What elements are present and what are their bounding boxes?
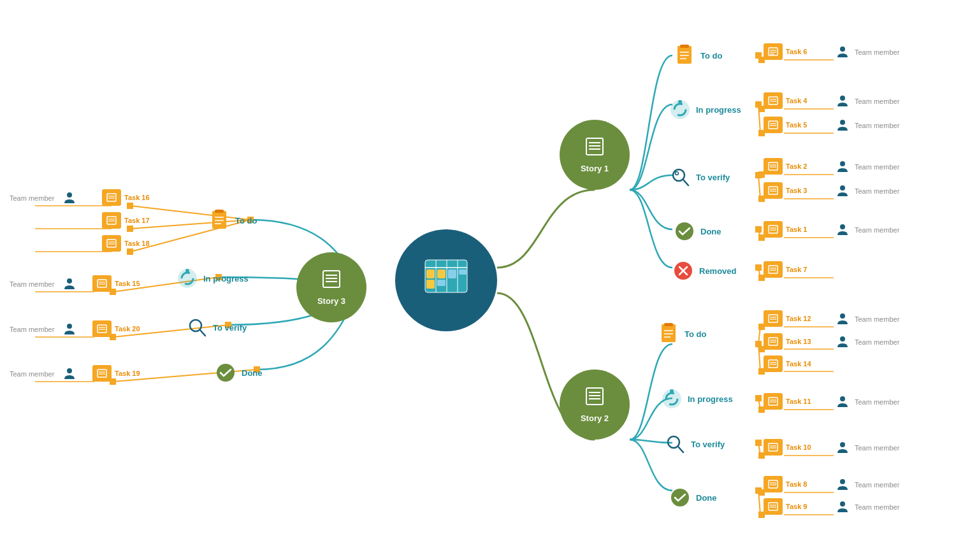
task8-label: Task 8 bbox=[786, 480, 807, 488]
person-icon-task5 bbox=[834, 117, 851, 134]
svg-point-121 bbox=[840, 47, 845, 52]
story2-node: Story 2 bbox=[560, 370, 630, 440]
task1-icon bbox=[764, 221, 783, 238]
done-icon-s2 bbox=[668, 485, 692, 510]
done-label-s1: Done bbox=[700, 227, 721, 236]
inprogress-icon-s1 bbox=[668, 97, 692, 122]
svg-rect-79 bbox=[769, 266, 778, 273]
svg-rect-91 bbox=[769, 398, 778, 405]
task4-node: Task 4 bbox=[764, 92, 807, 109]
person-icon-task20 bbox=[61, 320, 78, 338]
task16-node: Task 16 bbox=[102, 189, 150, 206]
task20-icon bbox=[92, 320, 112, 337]
svg-point-123 bbox=[840, 120, 845, 125]
member-label-task4: Team member bbox=[855, 97, 899, 105]
task6-node: Task 6 bbox=[764, 43, 807, 60]
todo-icon-s1 bbox=[672, 43, 697, 68]
story1-node: Story 1 bbox=[560, 120, 630, 190]
center-node bbox=[395, 229, 497, 331]
task11-label: Task 11 bbox=[786, 398, 811, 405]
svg-rect-85 bbox=[769, 338, 778, 345]
task5-node: Task 5 bbox=[764, 117, 807, 133]
member-label-task13: Team member bbox=[855, 338, 899, 346]
svg-point-34 bbox=[676, 222, 693, 240]
svg-rect-50 bbox=[215, 210, 224, 213]
toverify-label-s3: To verify bbox=[213, 323, 247, 333]
member-task11: Team member bbox=[834, 393, 899, 411]
task5-label: Task 5 bbox=[786, 121, 807, 129]
member-label-task5: Team member bbox=[855, 122, 899, 129]
member-task12: Team member bbox=[834, 310, 899, 328]
svg-point-129 bbox=[840, 396, 845, 401]
svg-rect-82 bbox=[769, 315, 778, 322]
todo-label-s1: To do bbox=[700, 51, 722, 61]
svg-rect-38 bbox=[662, 324, 676, 342]
task2-label: Task 2 bbox=[786, 162, 807, 170]
person-icon-task8 bbox=[834, 476, 851, 494]
svg-rect-118 bbox=[98, 370, 106, 377]
removed-icon-s1 bbox=[671, 259, 695, 283]
task19-label: Task 19 bbox=[115, 370, 140, 377]
toverify-icon-s1 bbox=[668, 165, 692, 189]
person-icon-task12 bbox=[834, 310, 851, 328]
svg-rect-64 bbox=[769, 97, 778, 104]
svg-point-127 bbox=[840, 313, 845, 319]
svg-point-128 bbox=[840, 336, 845, 341]
task13-label: Task 13 bbox=[786, 338, 811, 345]
status-todo-s2: To do bbox=[656, 322, 706, 346]
inprogress-icon-s2 bbox=[660, 387, 684, 411]
member-task19: Team member bbox=[10, 365, 78, 383]
member-task10: Team member bbox=[834, 439, 899, 457]
todo-label-s3: To do bbox=[235, 216, 257, 226]
status-done-s1: Done bbox=[672, 219, 721, 243]
story2-icon bbox=[585, 387, 604, 410]
task11-node: Task 11 bbox=[764, 393, 811, 410]
svg-point-48 bbox=[671, 489, 689, 506]
toverify-icon-s3 bbox=[185, 315, 209, 340]
task13-icon bbox=[764, 333, 783, 350]
svg-point-125 bbox=[840, 185, 845, 190]
removed-label-s1: Removed bbox=[699, 266, 737, 276]
member-task2: Team member bbox=[834, 158, 899, 176]
task7-label: Task 7 bbox=[786, 266, 807, 273]
svg-rect-97 bbox=[769, 480, 778, 488]
task1-label: Task 1 bbox=[786, 226, 807, 233]
toverify-label-s2: To verify bbox=[691, 440, 725, 449]
member-label-task9: Team member bbox=[855, 503, 899, 511]
svg-point-33 bbox=[676, 172, 679, 175]
member-task15: Team member bbox=[10, 275, 78, 293]
task15-label: Task 15 bbox=[115, 280, 140, 287]
story1-label: Story 1 bbox=[581, 164, 609, 173]
task14-icon bbox=[764, 355, 783, 372]
scrum-board-icon bbox=[424, 259, 468, 299]
story2-label: Story 2 bbox=[581, 413, 609, 423]
inprogress-label-s3: In progress bbox=[203, 274, 249, 284]
story3-label: Story 3 bbox=[317, 296, 345, 306]
svg-rect-7 bbox=[437, 269, 445, 278]
task12-node: Task 12 bbox=[764, 310, 811, 327]
member-task6: Team member bbox=[834, 43, 899, 61]
story1-icon bbox=[585, 137, 604, 160]
task11-icon bbox=[764, 393, 783, 410]
svg-rect-109 bbox=[107, 240, 116, 247]
task15-node: Task 15 bbox=[92, 275, 140, 292]
svg-rect-103 bbox=[107, 194, 116, 201]
svg-rect-106 bbox=[107, 217, 116, 224]
task20-label: Task 20 bbox=[115, 325, 140, 333]
task4-icon bbox=[764, 92, 783, 109]
member-label-task1: Team member bbox=[855, 226, 899, 234]
task2-icon bbox=[764, 158, 783, 175]
task15-icon bbox=[92, 275, 112, 292]
person-icon-task3 bbox=[834, 182, 851, 200]
task16-label: Task 16 bbox=[124, 194, 150, 201]
todo-icon-s2 bbox=[656, 322, 681, 346]
status-done-s3: Done bbox=[214, 361, 263, 385]
done-label-s3: Done bbox=[242, 368, 263, 378]
member-label-task16: Team member bbox=[10, 194, 54, 202]
person-icon-task4 bbox=[834, 92, 851, 110]
done-icon-s3 bbox=[214, 361, 238, 385]
task10-icon bbox=[764, 439, 783, 456]
member-label-task20: Team member bbox=[10, 326, 54, 333]
member-label-task12: Team member bbox=[855, 315, 899, 323]
task6-icon bbox=[764, 43, 783, 60]
